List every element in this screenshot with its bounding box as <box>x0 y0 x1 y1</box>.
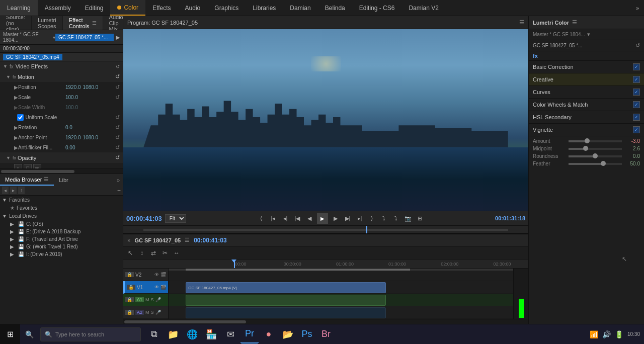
uniform-scale-reset[interactable]: ↺ <box>115 114 120 121</box>
anchor-x-value[interactable]: 1920.0 <box>65 135 81 140</box>
lumetri-clip-reset[interactable]: ↺ <box>635 42 640 49</box>
nav-color[interactable]: Color <box>110 0 145 16</box>
media-panel-expand[interactable]: » <box>114 177 123 183</box>
anchor-y-value[interactable]: 1080.0 <box>83 135 99 140</box>
taskbar-volume-icon[interactable]: 🔊 <box>602 330 611 338</box>
nav-belinda[interactable]: Belinda <box>318 0 352 16</box>
a2-clip[interactable] <box>186 307 385 318</box>
step-back-frame[interactable]: ◀ <box>305 214 314 223</box>
slip-tool[interactable]: ↔ <box>172 248 182 258</box>
midpoint-slider-thumb[interactable] <box>583 146 588 151</box>
nav-learning[interactable]: Learning <box>0 0 38 16</box>
lumetri-basic-correction[interactable]: Basic Correction ✓ <box>529 61 644 73</box>
taskbar-network-icon[interactable]: 📶 <box>590 330 598 338</box>
taskbar-file-explorer[interactable]: 📁 <box>164 325 182 343</box>
vignette-checkbox[interactable]: ✓ <box>633 126 640 133</box>
anchor-reset[interactable]: ↺ <box>115 134 120 141</box>
nav-editing[interactable]: Editing <box>78 0 111 16</box>
taskbar-bridge[interactable]: Br <box>317 325 335 343</box>
a2-lock-icon[interactable]: 🔒 <box>125 310 134 315</box>
amount-slider-thumb[interactable] <box>585 138 590 143</box>
overwrite-button[interactable]: ⤵ <box>391 214 400 223</box>
nav-effects[interactable]: Effects <box>145 0 178 16</box>
a1-m-button[interactable]: M <box>145 297 149 302</box>
v2-lock-icon[interactable]: 🔒 <box>125 272 134 277</box>
lumetri-curves[interactable]: Curves ✓ <box>529 86 644 99</box>
video-effects-header[interactable]: ▼ fx Video Effects ↺ <box>0 61 123 71</box>
v1-clip[interactable]: GC SF 180427_05.mp4 [V] <box>186 282 385 293</box>
uniform-scale-checkbox[interactable] <box>17 114 24 121</box>
drive-c-expand[interactable]: ▶ <box>10 221 14 227</box>
creative-checkbox[interactable]: ✓ <box>633 76 640 83</box>
drive-f[interactable]: ▶ 💾 F: (Travel and Art Drive <box>0 235 123 243</box>
ripple-tool[interactable]: ↕ <box>137 248 147 258</box>
media-new-folder[interactable]: + <box>117 187 121 194</box>
motion-reset[interactable]: ↺ <box>115 73 120 80</box>
nav-assembly[interactable]: Assembly <box>38 0 78 16</box>
lumetri-hsl-secondary[interactable]: HSL Secondary ✓ <box>529 111 644 124</box>
go-to-next-edit[interactable]: ▶| <box>343 214 352 223</box>
opacity-square-icon[interactable]: □ <box>24 164 32 168</box>
scroll-thumb[interactable] <box>1 170 74 173</box>
a2-m-button[interactable]: M <box>145 310 149 315</box>
opacity-circle-icon[interactable]: ○ <box>14 164 22 168</box>
taskbar-mail[interactable]: ✉ <box>221 325 239 343</box>
cortana-button[interactable]: 🔍 <box>20 324 38 344</box>
tab-effect-controls[interactable]: Effect Controls ☰ <box>63 16 103 30</box>
curves-checkbox[interactable]: ✓ <box>633 89 640 96</box>
feather-slider-thumb[interactable] <box>601 161 606 166</box>
color-wheels-checkbox[interactable]: ✓ <box>633 101 640 108</box>
midpoint-slider[interactable] <box>569 148 622 150</box>
go-to-in-button[interactable]: |◂ <box>269 214 278 223</box>
nav-more-button[interactable]: » <box>631 5 644 11</box>
rotation-value[interactable]: 0.0 <box>65 125 72 130</box>
scrubber-track[interactable] <box>123 226 528 233</box>
roundness-slider-thumb[interactable] <box>593 153 598 158</box>
drive-g-expand[interactable]: ▶ <box>10 244 14 249</box>
taskbar-folder[interactable]: 📂 <box>279 325 297 343</box>
position-expand[interactable]: ▶ <box>14 84 18 90</box>
timeline-close-icon[interactable]: × <box>127 237 130 243</box>
tab-libraries[interactable]: Libr <box>54 174 73 186</box>
windows-start-button[interactable]: ⊞ <box>0 324 20 344</box>
tab-source[interactable]: Source: (no clips) <box>0 16 32 30</box>
video-effects-reset[interactable]: ↺ <box>116 64 120 69</box>
tab-media-browser[interactable]: Media Browser ☰ <box>0 174 54 186</box>
antiflicker-expand[interactable]: ▶ <box>14 145 18 150</box>
local-drives-section[interactable]: ▼ Local Drives <box>0 212 123 220</box>
lumetri-color-wheels[interactable]: Color Wheels & Match ✓ <box>529 99 644 111</box>
nav-libraries[interactable]: Libraries <box>246 0 283 16</box>
nav-audio[interactable]: Audio <box>178 0 208 16</box>
nav-editing-cs6[interactable]: Editing - CS6 <box>352 0 402 16</box>
scale-expand[interactable]: ▶ <box>14 95 18 100</box>
v1-clip-icon[interactable]: 🎬 <box>160 285 166 290</box>
v1-lock-icon[interactable]: 🔒 <box>127 285 135 290</box>
taskbar-premiere[interactable]: Pr <box>240 325 259 343</box>
export-frame[interactable]: 📷 <box>404 214 413 223</box>
lumetri-creative[interactable]: Creative ✓ <box>529 73 644 86</box>
antiflicker-value[interactable]: 0.00 <box>65 145 75 150</box>
v2-eye-icon[interactable]: 👁 <box>154 272 159 277</box>
selection-tool[interactable]: ↖ <box>125 248 135 258</box>
media-nav-back[interactable]: ◂ <box>2 187 9 194</box>
lumetri-vignette[interactable]: Vignette ✓ <box>529 124 644 136</box>
media-nav-forward[interactable]: ▸ <box>10 187 17 194</box>
roll-tool[interactable]: ⇄ <box>148 248 158 258</box>
step-forward-frame[interactable]: ▶ <box>331 214 340 223</box>
rotation-reset[interactable]: ↺ <box>115 124 120 131</box>
taskbar-battery-icon[interactable]: 🔋 <box>615 330 623 338</box>
favorites-item[interactable]: ★ Favorites <box>0 204 123 212</box>
basic-correction-checkbox[interactable]: ✓ <box>633 63 640 70</box>
drive-i-expand[interactable]: ▶ <box>10 251 14 257</box>
go-to-out-button[interactable]: ▸| <box>355 214 364 223</box>
v2-clip-icon[interactable]: 🎬 <box>160 272 166 277</box>
antiflicker-reset[interactable]: ↺ <box>115 144 120 151</box>
razor-tool[interactable]: ✂ <box>160 248 170 258</box>
drive-i[interactable]: ▶ 💾 I: (Drive A 2019) <box>0 250 123 258</box>
step-back-button[interactable]: ◂| <box>281 214 290 223</box>
v1-eye-icon[interactable]: 👁 <box>154 285 159 290</box>
effect-controls-scrollbar[interactable] <box>0 168 123 174</box>
a1-s-button[interactable]: S <box>151 297 154 302</box>
roundness-slider[interactable] <box>569 155 622 157</box>
opacity-reset[interactable]: ↺ <box>115 154 120 161</box>
